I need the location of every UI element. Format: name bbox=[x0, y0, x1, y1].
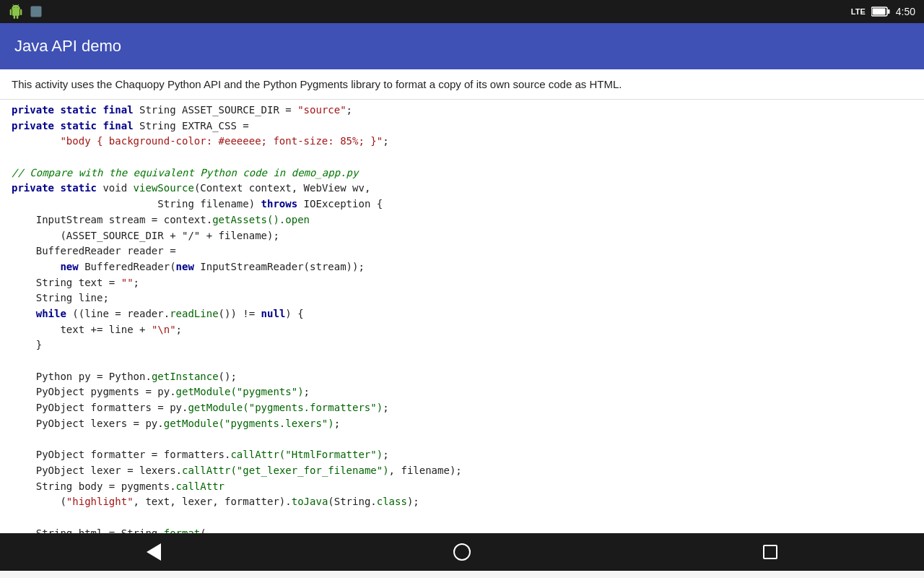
nav-bar bbox=[0, 533, 924, 571]
status-bar-right: LTE 4:50 bbox=[851, 6, 915, 17]
recents-button[interactable] bbox=[763, 545, 777, 559]
time-display: 4:50 bbox=[896, 6, 915, 17]
svg-rect-2 bbox=[872, 9, 885, 15]
home-button[interactable] bbox=[453, 543, 471, 561]
svg-rect-3 bbox=[887, 9, 889, 14]
code-content: private static final String ASSET_SOURCE… bbox=[0, 103, 924, 533]
signal-icon: LTE bbox=[851, 7, 866, 16]
app-bar: Java API demo bbox=[0, 23, 924, 69]
status-bar-left bbox=[9, 4, 43, 19]
svg-rect-0 bbox=[31, 7, 42, 17]
battery-icon bbox=[871, 7, 890, 17]
description: This activity uses the Chaquopy Python A… bbox=[0, 69, 924, 100]
code-area[interactable]: private static final String ASSET_SOURCE… bbox=[0, 100, 924, 533]
app-icon bbox=[29, 4, 43, 19]
status-bar: LTE 4:50 bbox=[0, 0, 924, 23]
back-button[interactable] bbox=[147, 543, 161, 561]
android-icon bbox=[9, 4, 23, 19]
app-bar-title: Java API demo bbox=[14, 37, 121, 56]
